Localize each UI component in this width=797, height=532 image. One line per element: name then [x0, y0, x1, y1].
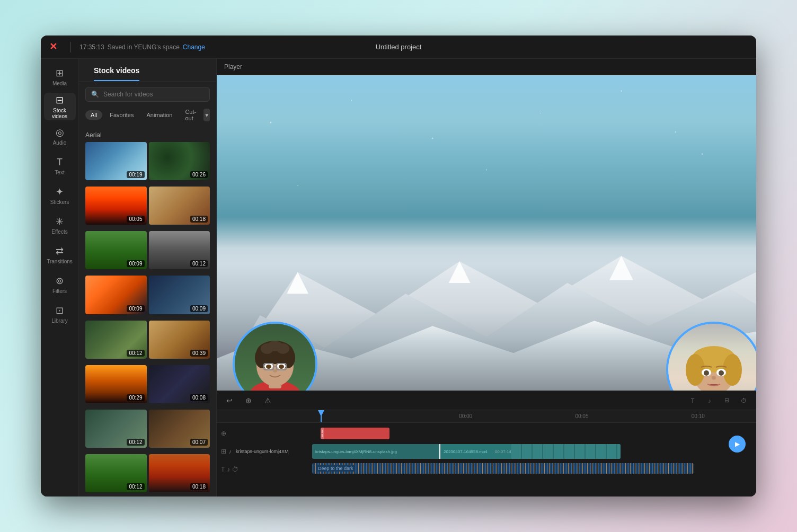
video-duration-8: 00:09 [190, 305, 208, 312]
video-thumb-1[interactable]: 00:19 [85, 142, 147, 180]
video-thumb-4[interactable]: 00:18 [149, 187, 210, 225]
avatar-right [666, 322, 756, 391]
playhead[interactable] [321, 410, 322, 422]
video-duration-11: 00:29 [127, 394, 144, 401]
video-thumb-2[interactable]: 00:26 [149, 142, 210, 180]
sidebar-label-transitions: Transitions [47, 259, 73, 264]
clip-separator [439, 444, 440, 459]
text-track-button[interactable]: T [686, 394, 699, 407]
ruler-mark-0: 00:00 [408, 413, 524, 419]
sidebar-item-library[interactable]: ⊡ Library [44, 300, 76, 328]
filters-icon: ⊚ [56, 275, 64, 287]
effects-icon: ✳ [56, 216, 64, 227]
warning-button[interactable]: ⚠ [261, 394, 274, 407]
track-text-icon[interactable]: T [221, 466, 225, 473]
svg-point-17 [266, 365, 271, 369]
stock-panel-title: Stock videos [94, 59, 139, 81]
svg-point-28 [723, 354, 742, 386]
sidebar-item-transitions[interactable]: ⇄ Transitions [44, 241, 76, 269]
video-duration-10: 00:39 [190, 350, 208, 357]
search-icon: 🔍 [91, 91, 99, 98]
sidebar-item-text[interactable]: T Text [44, 152, 76, 180]
saved-text: Saved in YEUNG's space [108, 43, 180, 51]
title-divider [70, 42, 71, 52]
timer-button[interactable]: ⏱ [737, 394, 750, 407]
main-layout: ⊞ Media ⊟ Stockvideos ◎ Audio T Text ✦ S… [41, 59, 756, 496]
timeline-area: ↩ ⊕ ⚠ T ♪ ⊟ ⏱ 00:00 00:05 [217, 391, 756, 496]
main-clip-duration: 00:07:14 [495, 449, 511, 454]
filter-tab-favorites[interactable]: Favorites [104, 110, 139, 120]
sidebar-label-filters: Filters [52, 288, 67, 294]
filter-tabs: All Favorites Animation Cut-out ▼ [79, 107, 216, 128]
avatar-right-inner [668, 324, 756, 391]
video-thumb-14[interactable]: 00:07 [149, 410, 210, 448]
main-video-clip-1[interactable]: kristaps-ungurs-lomj4XMjRN8-unsplash.jpg [312, 444, 439, 459]
filter-more-button[interactable]: ▼ [203, 109, 210, 121]
overlay-clip[interactable] [321, 428, 389, 439]
video-duration-6: 00:12 [190, 260, 208, 267]
video-thumb-11[interactable]: 00:29 [85, 365, 147, 403]
video-thumb-7[interactable]: 00:09 [85, 276, 147, 314]
track-content-overlay [312, 425, 756, 442]
undo-button[interactable]: ↩ [223, 394, 236, 407]
track-timer-icon[interactable]: ⏱ [232, 466, 238, 473]
video-duration-15: 00:12 [127, 483, 144, 490]
search-input[interactable] [103, 91, 204, 98]
sidebar-label-effects: Effects [51, 229, 67, 235]
sidebar-item-filters[interactable]: ⊚ Filters [44, 271, 76, 298]
sidebar-item-stickers[interactable]: ✦ Stickers [44, 182, 76, 209]
sidebar-item-audio[interactable]: ◎ Audio [44, 122, 76, 150]
video-thumb-10[interactable]: 00:39 [149, 321, 210, 359]
change-button[interactable]: Change [183, 43, 205, 51]
timeline-play-button[interactable]: ▶ [729, 436, 746, 453]
video-thumb-16[interactable]: 00:18 [149, 454, 210, 492]
project-title: Untitled project [376, 43, 422, 51]
video-thumb-15[interactable]: 00:12 [85, 454, 147, 492]
track-label-text: kristaps-ungurs-lomj4XMjRN8-unsplash.jpg [236, 449, 289, 454]
playhead-marker [318, 410, 324, 416]
stock-videos-icon: ⊟ [56, 94, 64, 106]
sidebar-item-media[interactable]: ⊞ Media [44, 63, 76, 91]
aspect-ratio-button[interactable]: ⊟ [720, 394, 733, 407]
audio-label: Deep to the dark [316, 465, 355, 472]
video-thumb-3[interactable]: 00:05 [85, 187, 147, 225]
video-thumb-9[interactable]: 00:12 [85, 321, 147, 359]
video-thumb-6[interactable]: 00:12 [149, 231, 210, 269]
svg-point-32 [719, 370, 724, 376]
volume-button[interactable]: ♪ [703, 394, 716, 407]
audio-clip[interactable]: Deep to the dark [312, 463, 694, 474]
video-thumb-5[interactable]: 00:09 [85, 231, 147, 269]
player-area: Player [217, 59, 756, 391]
track-label-main-video: ⊞ ♪ kristaps-ungurs-lomj4XMjRN8-unsplash… [217, 448, 312, 455]
timestamp: 17:35:13 [79, 43, 104, 51]
track-label-overlay: ⊕ [217, 430, 312, 437]
filter-tab-all[interactable]: All [85, 110, 102, 120]
video-thumb-13[interactable]: 00:12 [85, 410, 147, 448]
video-thumb-12[interactable]: 00:08 [149, 365, 210, 403]
main-video-clip-2[interactable]: 20230407-164958.mp4 00:07:14 [440, 444, 621, 459]
video-duration-2: 00:26 [190, 171, 208, 178]
avatar-left [233, 322, 317, 391]
app-logo: ✕ [49, 41, 62, 54]
search-bar[interactable]: 🔍 [85, 87, 210, 102]
sidebar-label-text: Text [55, 170, 64, 175]
svg-point-18 [279, 365, 284, 369]
filter-tab-cutout[interactable]: Cut-out [180, 107, 201, 123]
track-music-icon[interactable]: ♪ [227, 466, 230, 473]
track-audio-icon[interactable]: ♪ [228, 448, 232, 455]
sidebar-item-stock-videos[interactable]: ⊟ Stockvideos [44, 93, 76, 120]
track-grid-icon[interactable]: ⊞ [221, 448, 226, 455]
title-bar-info: 17:35:13 Saved in YEUNG's space Change [79, 43, 205, 51]
track-label-audio: T ♪ ⏱ [217, 466, 312, 473]
sidebar-item-effects[interactable]: ✳ Effects [44, 211, 76, 239]
filter-tab-animation[interactable]: Animation [141, 110, 178, 120]
player-video [217, 75, 756, 391]
sidebar: ⊞ Media ⊟ Stockvideos ◎ Audio T Text ✦ S… [41, 59, 79, 496]
sidebar-label-library: Library [51, 318, 68, 324]
track-row-overlay: ⊕ [217, 425, 756, 442]
zoom-in-button[interactable]: ⊕ [242, 394, 255, 407]
title-bar: ✕ 17:35:13 Saved in YEUNG's space Change… [41, 36, 756, 59]
track-add-icon[interactable]: ⊕ [221, 430, 226, 437]
video-thumb-8[interactable]: 00:09 [149, 276, 210, 314]
svg-point-33 [712, 376, 716, 380]
